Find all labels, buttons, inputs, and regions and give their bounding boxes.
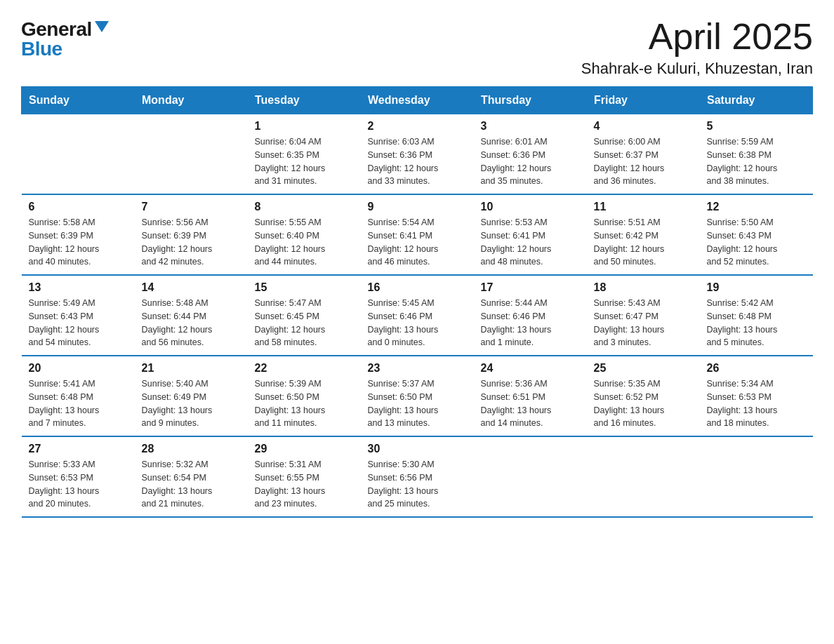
day-info-line: and 54 minutes. (29, 336, 128, 349)
day-info: Sunrise: 5:48 AMSunset: 6:44 PMDaylight:… (142, 297, 241, 349)
day-info-line: Daylight: 12 hours (481, 243, 580, 256)
day-info: Sunrise: 5:35 AMSunset: 6:52 PMDaylight:… (594, 377, 693, 430)
calendar-cell (474, 436, 587, 517)
calendar-cell: 3Sunrise: 6:01 AMSunset: 6:36 PMDaylight… (474, 114, 587, 195)
day-number: 6 (29, 201, 128, 213)
day-info-line: Sunrise: 5:58 AM (29, 216, 128, 229)
day-info-line: Sunrise: 5:54 AM (368, 216, 467, 229)
day-info-line: Sunset: 6:40 PM (255, 229, 354, 243)
day-info-line: Sunset: 6:46 PM (368, 310, 467, 323)
calendar-cell: 5Sunrise: 5:59 AMSunset: 6:38 PMDaylight… (700, 114, 813, 195)
weekday-header-wednesday: Wednesday (361, 87, 474, 114)
day-info-line: Sunrise: 5:51 AM (594, 216, 693, 229)
day-info: Sunrise: 5:53 AMSunset: 6:41 PMDaylight:… (481, 216, 580, 269)
day-info-line: Daylight: 12 hours (707, 162, 806, 175)
day-number: 13 (29, 281, 128, 294)
day-info-line: and 9 minutes. (142, 417, 241, 430)
day-info-line: Sunrise: 5:32 AM (142, 458, 241, 471)
day-info-line: Sunset: 6:42 PM (594, 229, 693, 243)
day-info-line: and 33 minutes. (368, 175, 467, 188)
day-info-line: Daylight: 12 hours (29, 243, 128, 256)
day-info: Sunrise: 6:04 AMSunset: 6:35 PMDaylight:… (255, 135, 354, 188)
calendar-table: SundayMondayTuesdayWednesdayThursdayFrid… (21, 86, 813, 518)
day-info-line: Daylight: 13 hours (368, 404, 467, 417)
day-info-line: Daylight: 12 hours (707, 243, 806, 256)
day-info-line: Sunrise: 5:39 AM (255, 377, 354, 391)
day-number: 3 (481, 120, 580, 133)
day-number: 4 (594, 120, 693, 133)
day-info-line: Sunrise: 5:50 AM (707, 216, 806, 229)
day-info: Sunrise: 5:54 AMSunset: 6:41 PMDaylight:… (368, 216, 467, 269)
logo: General Blue (21, 20, 109, 59)
day-info-line: Daylight: 12 hours (255, 323, 354, 337)
day-info-line: and 56 minutes. (142, 336, 241, 349)
day-info: Sunrise: 5:51 AMSunset: 6:42 PMDaylight:… (594, 216, 693, 269)
day-info-line: Daylight: 13 hours (255, 404, 354, 417)
calendar-cell: 22Sunrise: 5:39 AMSunset: 6:50 PMDayligh… (248, 356, 361, 436)
day-info: Sunrise: 5:32 AMSunset: 6:54 PMDaylight:… (142, 458, 241, 511)
calendar-cell (700, 436, 813, 517)
day-number: 14 (142, 281, 241, 294)
day-info-line: Sunrise: 6:01 AM (481, 135, 580, 149)
day-info-line: Sunset: 6:50 PM (255, 391, 354, 404)
day-info-line: Daylight: 13 hours (255, 485, 354, 498)
day-number: 5 (707, 120, 806, 133)
day-info-line: and 48 minutes. (481, 255, 580, 269)
calendar-cell (22, 114, 135, 195)
day-number: 10 (481, 201, 580, 213)
day-number: 19 (707, 281, 806, 294)
day-info-line: and 52 minutes. (707, 255, 806, 269)
day-info-line: Sunrise: 5:43 AM (594, 297, 693, 310)
day-number: 11 (594, 201, 693, 213)
calendar-cell: 20Sunrise: 5:41 AMSunset: 6:48 PMDayligh… (22, 356, 135, 436)
day-info-line: Sunset: 6:46 PM (481, 310, 580, 323)
calendar-cell: 24Sunrise: 5:36 AMSunset: 6:51 PMDayligh… (474, 356, 587, 436)
day-info-line: Sunset: 6:47 PM (594, 310, 693, 323)
day-number: 12 (707, 201, 806, 213)
calendar-cell: 21Sunrise: 5:40 AMSunset: 6:49 PMDayligh… (135, 356, 248, 436)
day-info: Sunrise: 6:03 AMSunset: 6:36 PMDaylight:… (368, 135, 467, 188)
day-info-line: Sunrise: 5:44 AM (481, 297, 580, 310)
day-info-line: and 50 minutes. (594, 255, 693, 269)
day-info-line: Sunrise: 5:40 AM (142, 377, 241, 391)
day-info-line: Sunset: 6:51 PM (481, 391, 580, 404)
day-info-line: Sunset: 6:49 PM (142, 391, 241, 404)
header: General Blue April 2025 Shahrak-e Kuluri… (21, 17, 813, 78)
day-info: Sunrise: 5:41 AMSunset: 6:48 PMDaylight:… (29, 377, 128, 430)
day-info-line: Sunset: 6:36 PM (368, 149, 467, 162)
day-info-line: Sunset: 6:38 PM (707, 149, 806, 162)
calendar-body: 1Sunrise: 6:04 AMSunset: 6:35 PMDaylight… (22, 114, 813, 518)
day-info-line: Sunset: 6:36 PM (481, 149, 580, 162)
calendar-cell: 23Sunrise: 5:37 AMSunset: 6:50 PMDayligh… (361, 356, 474, 436)
day-info-line: and 3 minutes. (594, 336, 693, 349)
calendar-cell: 29Sunrise: 5:31 AMSunset: 6:55 PMDayligh… (248, 436, 361, 517)
day-info-line: and 58 minutes. (255, 336, 354, 349)
day-info-line: and 11 minutes. (255, 417, 354, 430)
day-info-line: Sunrise: 5:36 AM (481, 377, 580, 391)
day-info: Sunrise: 5:33 AMSunset: 6:53 PMDaylight:… (29, 458, 128, 511)
day-number: 20 (29, 362, 128, 375)
calendar-cell: 17Sunrise: 5:44 AMSunset: 6:46 PMDayligh… (474, 275, 587, 356)
day-info-line: Daylight: 13 hours (29, 485, 128, 498)
day-info-line: Daylight: 12 hours (255, 243, 354, 256)
day-info-line: Daylight: 12 hours (142, 323, 241, 337)
day-info-line: Sunrise: 5:55 AM (255, 216, 354, 229)
day-info: Sunrise: 5:37 AMSunset: 6:50 PMDaylight:… (368, 377, 467, 430)
day-info-line: and 0 minutes. (368, 336, 467, 349)
calendar-cell: 15Sunrise: 5:47 AMSunset: 6:45 PMDayligh… (248, 275, 361, 356)
day-info: Sunrise: 5:45 AMSunset: 6:46 PMDaylight:… (368, 297, 467, 349)
calendar-cell: 18Sunrise: 5:43 AMSunset: 6:47 PMDayligh… (587, 275, 700, 356)
day-info-line: and 23 minutes. (255, 497, 354, 511)
calendar-cell: 9Sunrise: 5:54 AMSunset: 6:41 PMDaylight… (361, 194, 474, 275)
day-info-line: Sunset: 6:53 PM (707, 391, 806, 404)
day-info: Sunrise: 5:49 AMSunset: 6:43 PMDaylight:… (29, 297, 128, 349)
day-info-line: Sunrise: 5:56 AM (142, 216, 241, 229)
day-info-line: and 14 minutes. (481, 417, 580, 430)
weekday-header-saturday: Saturday (700, 87, 813, 114)
day-number: 1 (255, 120, 354, 133)
calendar-cell: 7Sunrise: 5:56 AMSunset: 6:39 PMDaylight… (135, 194, 248, 275)
calendar-cell: 2Sunrise: 6:03 AMSunset: 6:36 PMDaylight… (361, 114, 474, 195)
day-info-line: Sunrise: 5:41 AM (29, 377, 128, 391)
day-number: 21 (142, 362, 241, 375)
day-info-line: Sunrise: 5:49 AM (29, 297, 128, 310)
